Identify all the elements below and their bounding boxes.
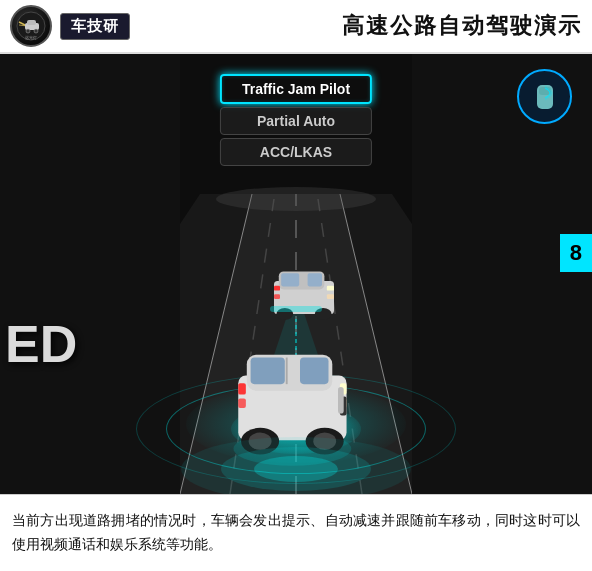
svg-point-5 <box>26 29 30 33</box>
svg-rect-47 <box>338 387 344 414</box>
traffic-jam-pilot-btn[interactable]: Traffic Jam Pilot <box>220 74 372 104</box>
svg-point-50 <box>254 456 338 482</box>
svg-text:远光灯: 远光灯 <box>25 35 37 40</box>
main-scene: Traffic Jam Pilot Partial Auto ACC/LKAS … <box>0 54 592 494</box>
svg-rect-26 <box>327 286 334 291</box>
partial-auto-btn[interactable]: Partial Auto <box>220 107 372 135</box>
svg-rect-36 <box>300 358 329 385</box>
car-top-view-icon <box>527 79 563 115</box>
svg-rect-27 <box>327 294 334 299</box>
svg-rect-28 <box>274 286 280 291</box>
acc-lkas-btn[interactable]: ACC/LKAS <box>220 138 372 166</box>
svg-rect-31 <box>270 306 322 312</box>
speed-badge: 8 <box>560 234 592 272</box>
car-icon-circle <box>517 69 572 124</box>
svg-rect-22 <box>281 273 299 286</box>
svg-rect-35 <box>251 358 285 385</box>
logo-icon: 远光灯 <box>10 5 52 47</box>
svg-rect-29 <box>274 294 280 299</box>
caption-text: 当前方出现道路拥堵的情况时，车辆会发出提示、自动减速并跟随前车移动，同时这时可以… <box>12 509 580 557</box>
car-icon-badge <box>517 69 572 124</box>
svg-rect-4 <box>27 20 36 25</box>
ed-text: ED <box>5 314 77 374</box>
svg-rect-23 <box>308 273 322 286</box>
brand-label: 车技研 <box>71 17 119 34</box>
logo-area: 远光灯 车技研 <box>10 5 130 47</box>
header: 远光灯 车技研 高速公路自动驾驶演示 <box>0 0 592 54</box>
svg-rect-45 <box>238 383 246 394</box>
caption-bar: 当前方出现道路拥堵的情况时，车辆会发出提示、自动减速并跟随前车移动，同时这时可以… <box>0 494 592 571</box>
brand-badge: 车技研 <box>60 13 130 40</box>
svg-rect-46 <box>238 398 246 408</box>
svg-point-6 <box>34 29 38 33</box>
page-title: 高速公路自动驾驶演示 <box>342 11 582 41</box>
ui-panel: Traffic Jam Pilot Partial Auto ACC/LKAS <box>220 74 372 166</box>
